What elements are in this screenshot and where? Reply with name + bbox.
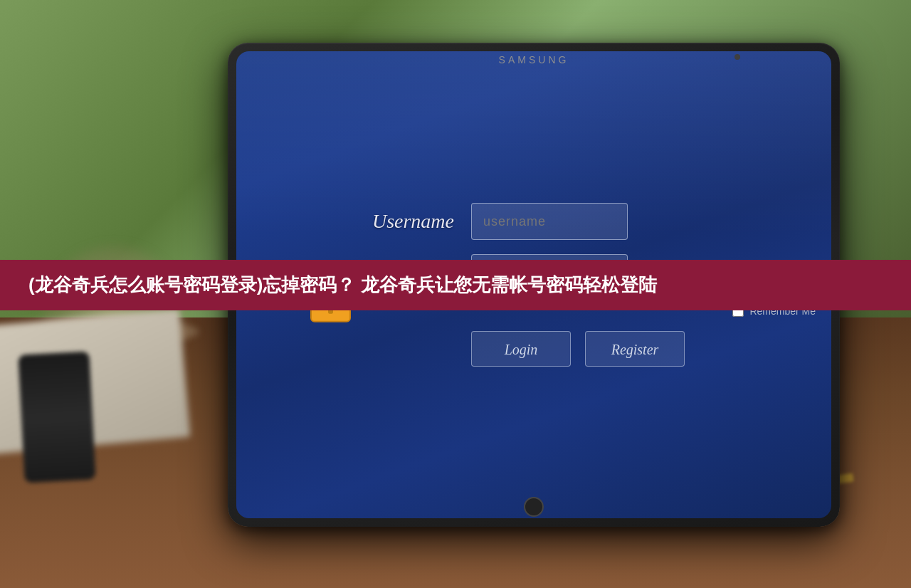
register-button[interactable]: Register (585, 331, 685, 367)
banner-text: (龙谷奇兵怎么账号密码登录)忘掉密码？ 龙谷奇兵让您无需帐号密码轻松登陆 (28, 273, 657, 298)
banner: (龙谷奇兵怎么账号密码登录)忘掉密码？ 龙谷奇兵让您无需帐号密码轻松登陆 (0, 260, 911, 310)
home-button[interactable] (524, 497, 544, 517)
samsung-logo: SAMSUNG (499, 54, 569, 65)
username-label: Username (340, 210, 454, 233)
phone (18, 352, 95, 483)
buttons-row: Login Register (471, 331, 685, 367)
username-row: Username (340, 203, 685, 240)
username-input[interactable] (471, 203, 628, 240)
login-button[interactable]: Login (471, 331, 571, 367)
camera-dot (734, 54, 740, 60)
